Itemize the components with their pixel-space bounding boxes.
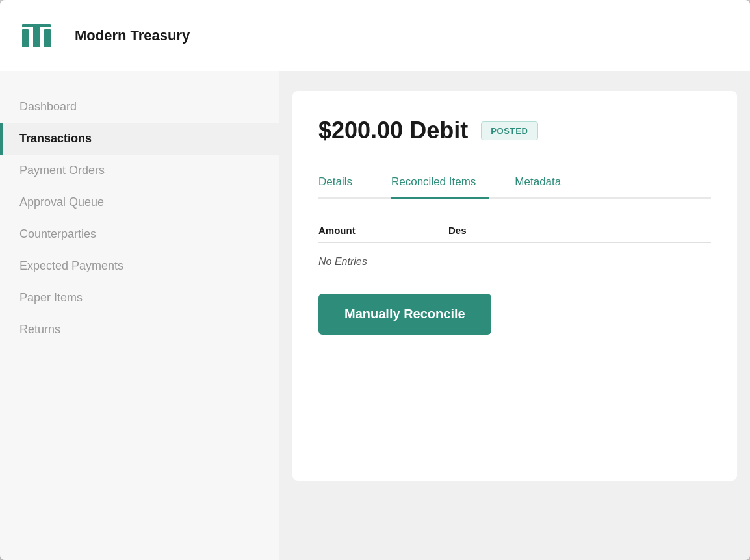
svg-rect-2: [44, 29, 51, 47]
svg-rect-1: [33, 24, 40, 47]
tab-reconciled-items[interactable]: Reconciled Items: [391, 168, 489, 197]
transaction-header: $200.00 Debit POSTED: [318, 117, 711, 144]
svg-rect-0: [22, 29, 29, 47]
sidebar-item-returns[interactable]: Returns: [0, 314, 279, 346]
logo-divider: [64, 23, 64, 49]
tab-metadata[interactable]: Metadata: [515, 168, 574, 197]
sidebar-item-payment-orders[interactable]: Payment Orders: [0, 155, 279, 186]
content-area: $200.00 Debit POSTED Details Reconciled …: [279, 71, 750, 560]
table-header: Amount Des: [318, 218, 711, 243]
sidebar-item-expected-payments[interactable]: Expected Payments: [0, 250, 279, 282]
sidebar: Dashboard Transactions Payment Orders Ap…: [0, 71, 279, 560]
app-window: Modern Treasury Dashboard Transactions P…: [0, 0, 750, 560]
sidebar-item-paper-items[interactable]: Paper Items: [0, 282, 279, 314]
no-entries-text: No Entries: [318, 256, 711, 268]
sidebar-item-transactions[interactable]: Transactions: [0, 123, 279, 155]
transaction-card: $200.00 Debit POSTED Details Reconciled …: [292, 91, 737, 481]
header: Modern Treasury: [0, 0, 750, 71]
svg-rect-3: [22, 24, 51, 27]
col-desc-header: Des: [448, 225, 711, 236]
transaction-amount: $200.00 Debit: [318, 117, 468, 144]
main-layout: Dashboard Transactions Payment Orders Ap…: [0, 71, 750, 560]
sidebar-item-approval-queue[interactable]: Approval Queue: [0, 186, 279, 218]
manually-reconcile-button[interactable]: Manually Reconcile: [318, 294, 491, 335]
status-badge: POSTED: [481, 121, 537, 140]
col-amount-header: Amount: [318, 225, 448, 236]
logo-icon: [19, 19, 53, 53]
tabs-container: Details Reconciled Items Metadata: [318, 168, 711, 199]
logo-container: Modern Treasury: [19, 19, 190, 53]
tab-details[interactable]: Details: [318, 168, 365, 197]
sidebar-item-counterparties[interactable]: Counterparties: [0, 218, 279, 250]
sidebar-item-dashboard[interactable]: Dashboard: [0, 91, 279, 123]
logo-text: Modern Treasury: [75, 27, 190, 44]
